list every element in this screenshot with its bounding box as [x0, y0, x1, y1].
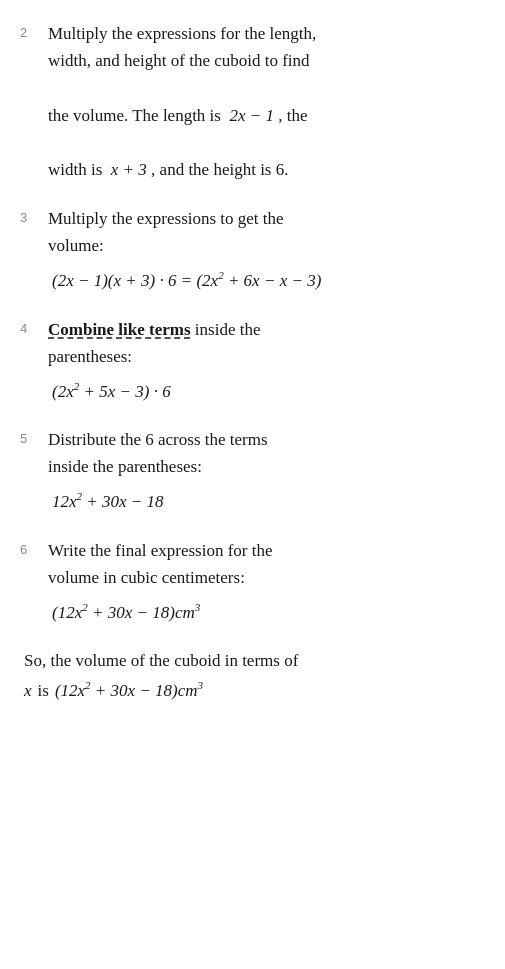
step-4-math: (2x2 + 5x − 3) · 6 [52, 382, 171, 401]
step-2-content: Multiply the expressions for the length,… [48, 20, 481, 183]
footer-formula: (12x2 + 30x − 18)cm3 [55, 676, 203, 706]
step-number-2: 2 [20, 20, 48, 43]
footer-var: x [24, 677, 32, 706]
step-number-3: 3 [20, 205, 48, 228]
step-6-text: Write the final expression for the volum… [48, 537, 481, 591]
step-3-text: Multiply the expressions to get the volu… [48, 205, 481, 259]
step-5-content: Distribute the 6 across the terms inside… [48, 426, 481, 515]
footer-is: is [38, 677, 49, 706]
step-2-math-length: 2x − 1 [229, 106, 274, 125]
step-5-formula: 12x2 + 30x − 18 [48, 489, 481, 515]
step-6: 6 Write the final expression for the vol… [20, 537, 481, 626]
step-5-text: Distribute the 6 across the terms inside… [48, 426, 481, 480]
step-number-5: 5 [20, 426, 48, 449]
step-3: 3 Multiply the expressions to get the vo… [20, 205, 481, 294]
step-2-math-width: x + 3 [111, 160, 147, 179]
step-4-text: Combine like terms inside the parenthese… [48, 316, 481, 370]
step-3-formula: (2x − 1)(x + 3) · 6 = (2x2 + 6x − x − 3) [48, 268, 481, 294]
step-5: 5 Distribute the 6 across the terms insi… [20, 426, 481, 515]
step-6-formula: (12x2 + 30x − 18)cm3 [48, 599, 481, 625]
step-4-content: Combine like terms inside the parenthese… [48, 316, 481, 405]
step-2: 2 Multiply the expressions for the lengt… [20, 20, 481, 183]
footer-line2: x is (12x2 + 30x − 18)cm3 [24, 676, 481, 706]
step-4-bold: Combine like terms [48, 320, 191, 339]
step-3-math: (2x − 1)(x + 3) · 6 = (2x2 + 6x − x − 3) [52, 271, 321, 290]
step-6-content: Write the final expression for the volum… [48, 537, 481, 626]
step-4-formula: (2x2 + 5x − 3) · 6 [48, 378, 481, 404]
step-2-text: Multiply the expressions for the length,… [48, 20, 481, 183]
footer-line1: So, the volume of the cuboid in terms of [24, 647, 481, 676]
step-3-content: Multiply the expressions to get the volu… [48, 205, 481, 294]
step-5-math: 12x2 + 30x − 18 [52, 492, 164, 511]
step-6-math: (12x2 + 30x − 18)cm3 [52, 603, 200, 622]
step-number-6: 6 [20, 537, 48, 560]
footer: So, the volume of the cuboid in terms of… [20, 647, 481, 705]
step-4: 4 Combine like terms inside the parenthe… [20, 316, 481, 405]
step-number-4: 4 [20, 316, 48, 339]
